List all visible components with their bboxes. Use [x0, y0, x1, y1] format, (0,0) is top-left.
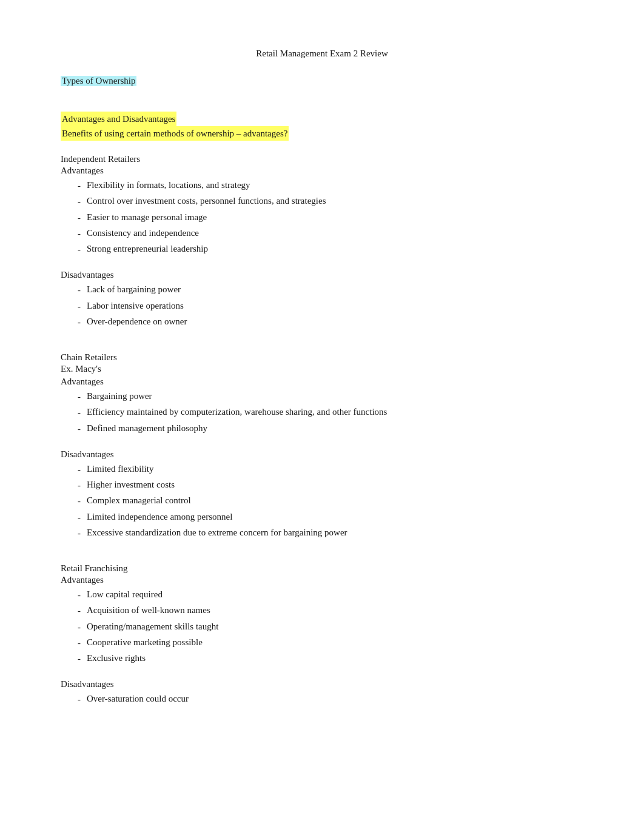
dash-icon: - [78, 636, 81, 650]
dash-icon: - [78, 526, 81, 540]
list-item: - Consistency and independence [78, 226, 583, 241]
list-item-text: Labor intensive operations [87, 299, 184, 313]
list-item-text: Lack of bargaining power [87, 283, 181, 297]
retail-franchising-section: Retail Franchising Advantages - Low capi… [61, 563, 583, 707]
list-item: - Easier to manage personal image [78, 210, 583, 225]
list-item: - Over-dependence on owner [78, 315, 583, 329]
page-title: Retail Management Exam 2 Review [61, 49, 583, 59]
independent-retailers-advantages-label: Advantages [61, 166, 583, 176]
list-item: - Bargaining power [78, 389, 583, 404]
dash-icon: - [78, 463, 81, 477]
advantages-disadvantages-block: Advantages and Disadvantages Benefits of… [61, 112, 583, 141]
list-item: - Over-saturation could occur [78, 692, 583, 706]
list-item: - Cooperative marketing possible [78, 635, 583, 650]
list-item-text: Defined management philosophy [87, 421, 207, 435]
independent-retailers-section: Independent Retailers Advantages - Flexi… [61, 154, 583, 329]
dash-icon: - [78, 390, 81, 404]
dash-icon: - [78, 478, 81, 492]
list-item: - Limited independence among personnel [78, 510, 583, 525]
list-item: - Lack of bargaining power [78, 283, 583, 297]
retail-franchising-advantages-label: Advantages [61, 575, 583, 585]
list-item-text: Control over investment costs, personnel… [87, 194, 326, 208]
list-item: - Limited flexibility [78, 462, 583, 477]
list-item-text: Consistency and independence [87, 226, 199, 240]
list-item-text: Acquisition of well-known names [87, 603, 210, 617]
list-item-text: Limited flexibility [87, 462, 153, 476]
list-item-text: Higher investment costs [87, 478, 175, 492]
dash-icon: - [78, 315, 81, 329]
dash-icon: - [78, 211, 81, 225]
independent-retailers-heading: Independent Retailers [61, 154, 583, 164]
dash-icon: - [78, 652, 81, 666]
advantages-disadvantages-subheading: Benefits of using certain methods of own… [61, 126, 289, 141]
list-item-text: Excessive standardization due to extreme… [87, 526, 347, 540]
dash-icon: - [78, 692, 81, 706]
list-item: - Labor intensive operations [78, 299, 583, 314]
dash-icon: - [78, 620, 81, 634]
independent-retailers-disadvantages-list: - Lack of bargaining power - Labor inten… [78, 283, 583, 329]
dash-icon: - [78, 227, 81, 241]
chain-retailers-advantages-label: Advantages [61, 377, 583, 387]
list-item: - Exclusive rights [78, 651, 583, 666]
list-item: - Defined management philosophy [78, 421, 583, 436]
dash-icon: - [78, 195, 81, 209]
list-item-text: Operating/management skills taught [87, 620, 218, 634]
list-item-text: Over-dependence on owner [87, 315, 187, 329]
retail-franchising-heading: Retail Franchising [61, 563, 583, 574]
list-item: - Operating/management skills taught [78, 620, 583, 634]
list-item-text: Cooperative marketing possible [87, 635, 203, 649]
dash-icon: - [78, 422, 81, 436]
retail-franchising-disadvantages-label: Disadvantages [61, 679, 583, 689]
chain-retailers-section: Chain Retailers Ex. Macy's Advantages - … [61, 352, 583, 540]
advantages-disadvantages-heading: Advantages and Disadvantages [61, 112, 176, 126]
list-item: - Low capital required [78, 588, 583, 602]
chain-retailers-disadvantages-label: Disadvantages [61, 449, 583, 460]
list-item-text: Exclusive rights [87, 651, 146, 665]
chain-retailers-example: Ex. Macy's [61, 364, 583, 374]
dash-icon: - [78, 511, 81, 525]
list-item-text: Limited independence among personnel [87, 510, 232, 524]
dash-icon: - [78, 406, 81, 420]
dash-icon: - [78, 300, 81, 314]
dash-icon: - [78, 283, 81, 297]
chain-retailers-advantages-list: - Bargaining power - Efficiency maintain… [78, 389, 583, 436]
dash-icon: - [78, 494, 81, 508]
list-item: - Excessive standardization due to extre… [78, 526, 583, 540]
list-item: - Strong entrepreneurial leadership [78, 242, 583, 257]
chain-retailers-heading: Chain Retailers [61, 352, 583, 363]
list-item-text: Strong entrepreneurial leadership [87, 242, 208, 256]
dash-icon: - [78, 179, 81, 193]
list-item: - Higher investment costs [78, 478, 583, 492]
list-item-text: Low capital required [87, 588, 163, 602]
retail-franchising-disadvantages-list: - Over-saturation could occur [78, 692, 583, 706]
dash-icon: - [78, 243, 81, 257]
list-item-text: Bargaining power [87, 389, 152, 403]
list-item: - Flexibility in formats, locations, and… [78, 178, 583, 193]
dash-icon: - [78, 604, 81, 618]
list-item-text: Easier to manage personal image [87, 210, 207, 224]
list-item-text: Flexibility in formats, locations, and s… [87, 178, 250, 192]
list-item: - Control over investment costs, personn… [78, 194, 583, 209]
list-item: - Efficiency maintained by computerizati… [78, 405, 583, 420]
independent-retailers-advantages-list: - Flexibility in formats, locations, and… [78, 178, 583, 257]
list-item-text: Efficiency maintained by computerization… [87, 405, 387, 419]
list-item: - Complex managerial control [78, 494, 583, 508]
chain-retailers-disadvantages-list: - Limited flexibility - Higher investmen… [78, 462, 583, 540]
list-item-text: Over-saturation could occur [87, 692, 189, 706]
list-item-text: Complex managerial control [87, 494, 191, 508]
dash-icon: - [78, 588, 81, 602]
list-item: - Acquisition of well-known names [78, 603, 583, 618]
retail-franchising-advantages-list: - Low capital required - Acquisition of … [78, 588, 583, 666]
independent-retailers-disadvantages-label: Disadvantages [61, 270, 583, 280]
types-of-ownership-heading: Types of Ownership [61, 76, 136, 86]
